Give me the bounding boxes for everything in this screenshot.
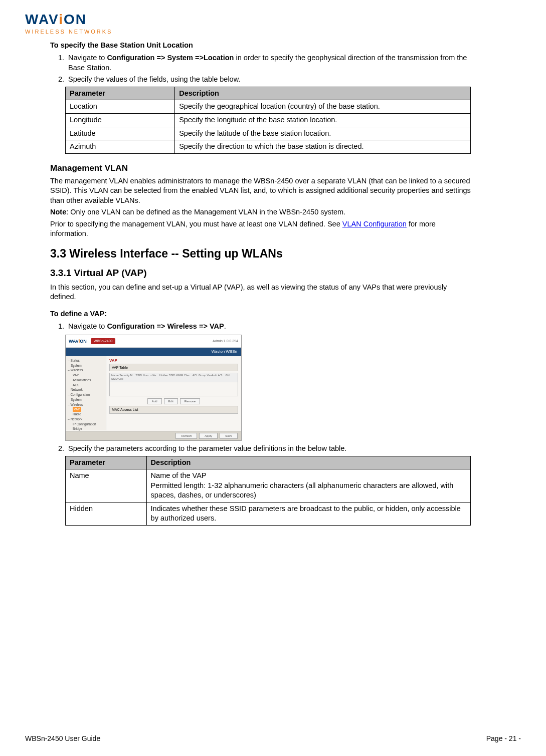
sp-body: – Status System – Wireless VAP Associati… (66, 356, 241, 430)
sp-logo: WAViON (69, 338, 87, 344)
section3-steps: Navigate to Configuration => Wireless =>… (50, 322, 471, 332)
section3-p1: In this section, you can define and set-… (50, 283, 471, 302)
th-parameter: Parameter (66, 456, 147, 469)
section2-note: Note: Only one VLAN can be defined as th… (50, 207, 471, 217)
sp-remove-button: Remove (180, 398, 200, 404)
th-description: Description (175, 87, 471, 100)
sp-main: VAP VAP Table Name Security M... SSID Nu… (106, 356, 241, 430)
table2: Parameter Description Name Name of the V… (65, 456, 471, 526)
logo-pre: WAV (25, 12, 59, 27)
sp-topbar: WAViON WBSn-2400 Admin 1.0.0.294 (66, 335, 241, 348)
sp-main-title: VAP (109, 358, 238, 364)
logo: WAViON WIRELESS NETWORKS (25, 10, 471, 36)
th-parameter: Parameter (66, 87, 175, 100)
section3-h1: 3.3 Wireless Interface -- Setting up WLA… (50, 246, 471, 262)
table-header-row: Parameter Description (66, 456, 471, 469)
sp-sidebar: – Status System – Wireless VAP Associati… (66, 356, 106, 430)
table-row: LatitudeSpecify the latitude of the base… (66, 127, 471, 140)
section1-step1: Navigate to Configuration => System =>Lo… (66, 53, 471, 73)
table-row: Hidden Indicates whether these SSID para… (66, 502, 471, 525)
vap-screenshot: WAViON WBSn-2400 Admin 1.0.0.294 Wavion … (65, 335, 242, 441)
sp-save-button: Save (220, 433, 238, 439)
sp-inner-table: Name Security M... SSID Num. of As... Hi… (109, 373, 238, 396)
table-header-row: Parameter Description (66, 87, 471, 100)
sp-add-button: Add (147, 398, 162, 404)
section3-subheading: To define a VAP: (50, 309, 471, 319)
sp-action-buttons: Add Edit Remove (109, 398, 238, 404)
section2-p1: The management VLAN enables administrato… (50, 176, 471, 206)
section1-steps: Navigate to Configuration => System =>Lo… (50, 53, 471, 85)
table-row: LongitudeSpecify the longitude of the ba… (66, 114, 471, 127)
section3-step1: Navigate to Configuration => Wireless =>… (66, 322, 471, 332)
table1: Parameter Description LocationSpecify th… (65, 87, 471, 154)
logo-post: ON (64, 12, 87, 27)
sp-tab-vap: VAP Table (109, 364, 238, 371)
sp-apply-button: Apply (199, 433, 218, 439)
sp-admin-text: Admin 1.0.0.294 (213, 339, 238, 343)
section2-heading: Management VLAN (50, 163, 471, 174)
th-description: Description (146, 456, 470, 469)
sp-edit-button: Edit (164, 398, 178, 404)
sp-table-cols: Name Security M... SSID Num. of As... Hi… (110, 373, 238, 382)
section1-step2: Specify the values of the fields, using … (66, 75, 471, 85)
sp-footer: Refresh Apply Save (66, 431, 241, 440)
section2-p3: Prior to specifying the management VLAN,… (50, 219, 471, 239)
section1-heading: To specify the Base Station Unit Locatio… (50, 41, 471, 51)
sp-badge: WBSn-2400 (91, 338, 116, 344)
logo-text: WAViON (25, 10, 471, 29)
section3-steps-cont: Specify the parameters according to the … (50, 444, 471, 454)
table-row: Name Name of the VAP Permitted length: 1… (66, 469, 471, 502)
section3-step2: Specify the parameters according to the … (66, 444, 471, 454)
section3-h2: 3.3.1 Virtual AP (VAP) (50, 267, 471, 280)
sp-tab-mac: MAC Access List (109, 406, 238, 413)
main-content: To specify the Base Station Unit Locatio… (50, 41, 471, 526)
table-row: AzimuthSpecify the direction to which th… (66, 140, 471, 154)
vlan-config-link[interactable]: VLAN Configuration (342, 220, 407, 228)
sp-refresh-button: Refresh (175, 433, 197, 439)
sp-header: Wavion WBSn (66, 348, 241, 356)
logo-subtext: WIRELESS NETWORKS (25, 28, 471, 36)
logo-dot: i (59, 12, 64, 27)
table-row: LocationSpecify the geographical locatio… (66, 100, 471, 114)
